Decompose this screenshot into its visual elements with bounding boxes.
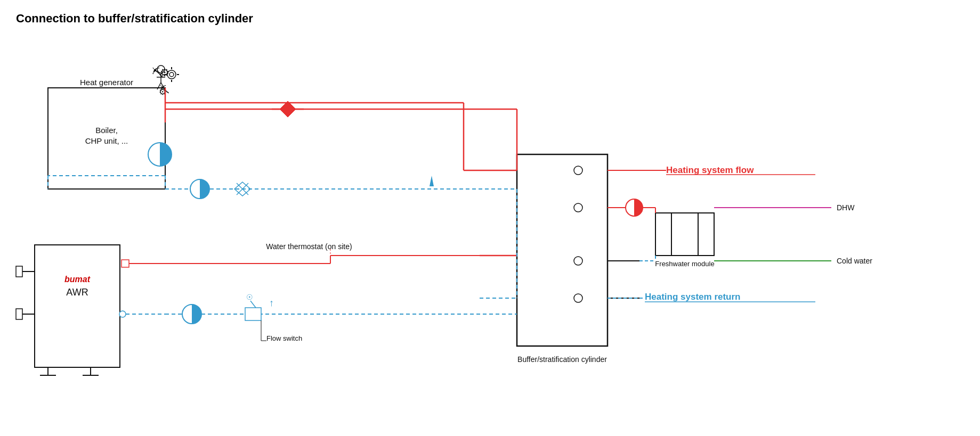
svg-point-15 [574, 203, 582, 212]
svg-marker-30 [430, 176, 434, 186]
heat-generator-label: Heat generator [80, 78, 133, 87]
svg-point-69 [169, 72, 174, 77]
svg-point-14 [574, 166, 582, 175]
svg-point-37 [119, 311, 126, 317]
awr-box [35, 245, 120, 367]
bumat-logo: bumat [64, 275, 91, 284]
svg-line-45 [250, 301, 256, 308]
svg-text:☉: ☉ [246, 293, 253, 301]
buffer-cylinder-label: Buffer/stratification cylinder [517, 355, 607, 364]
flow-switch-label: Flow switch [266, 334, 302, 342]
awr-label: AWR [66, 287, 88, 298]
buffer-cylinder-box [517, 154, 608, 346]
svg-rect-23 [122, 260, 129, 267]
cold-water-label: Cold water [837, 257, 872, 265]
heating-flow-label: Heating system flow [666, 165, 754, 175]
svg-rect-49 [671, 213, 698, 256]
chp-label: CHP unit, ... [85, 136, 128, 145]
freshwater-module-label: Freshwater module [655, 260, 714, 268]
svg-point-16 [574, 257, 582, 265]
dhw-label: DHW [837, 203, 855, 212]
svg-rect-42 [245, 308, 261, 320]
svg-point-17 [574, 294, 582, 302]
diagram: Boiler, CHP unit, ... Heat generator bum… [0, 0, 980, 436]
boiler-label: Boiler, [95, 126, 118, 135]
heating-return-label: Heating system return [645, 292, 741, 302]
svg-rect-7 [16, 309, 22, 319]
svg-marker-22 [280, 101, 296, 117]
water-thermostat-label: Water thermostat (on site) [266, 242, 352, 251]
flow-arrow: ↑ [269, 298, 274, 308]
svg-rect-6 [16, 266, 22, 277]
